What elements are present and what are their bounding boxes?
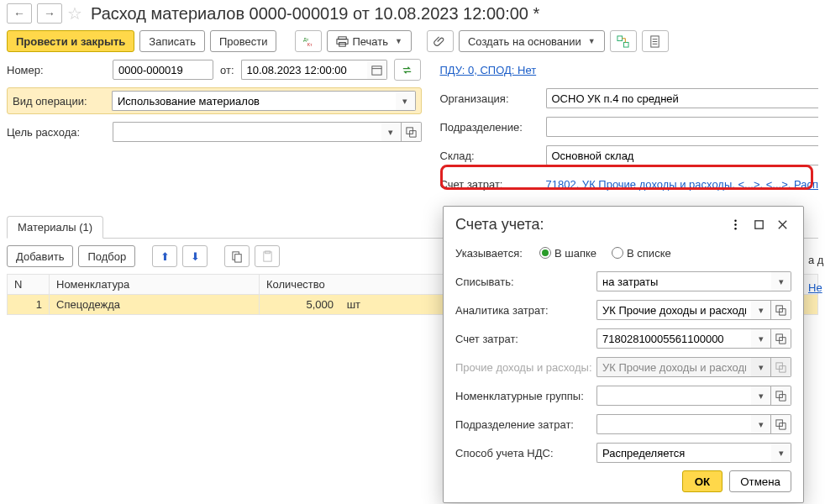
open-icon xyxy=(775,418,787,431)
create-based-on-button[interactable]: Создать на основании ▼ xyxy=(459,30,605,52)
nomenclature-group-input[interactable] xyxy=(596,386,751,406)
close-button[interactable] xyxy=(773,215,791,234)
other-income-input xyxy=(596,357,751,377)
svg-point-18 xyxy=(734,219,736,221)
copy-button[interactable] xyxy=(224,245,250,267)
nomenclature-group-open[interactable] xyxy=(771,386,791,406)
cell-nomenclature: Спецодежда xyxy=(50,295,260,315)
paste-icon xyxy=(261,250,274,263)
purpose-input[interactable] xyxy=(113,122,381,142)
account-dropdown[interactable]: ▾ xyxy=(751,328,771,349)
move-up-button[interactable]: ⬆ xyxy=(152,245,177,267)
warehouse-input[interactable] xyxy=(546,145,819,165)
nomenclature-group-dropdown[interactable]: ▾ xyxy=(751,386,771,406)
open-icon xyxy=(775,304,787,317)
report-icon-button[interactable] xyxy=(642,30,669,52)
date-input[interactable] xyxy=(241,60,367,80)
operation-type-input[interactable] xyxy=(112,91,396,111)
ok-button[interactable]: ОК xyxy=(682,470,723,492)
sync-button[interactable] xyxy=(394,59,421,81)
calendar-button[interactable] xyxy=(367,60,387,80)
behind-link[interactable]: Не xyxy=(808,281,822,294)
writeoff-input[interactable] xyxy=(596,271,771,291)
svg-rect-6 xyxy=(624,42,629,47)
purpose-label: Цель расхода: xyxy=(7,126,113,139)
col-nomenclature[interactable]: Номенклатура xyxy=(50,275,260,295)
dk-icon-button[interactable]: ДтКт xyxy=(295,30,322,52)
post-and-close-button[interactable]: Провести и закрыть xyxy=(7,30,134,52)
cost-account-link[interactable]: 71802, УК Прочие доходы и расходы, <...>… xyxy=(546,178,819,191)
radio-in-list[interactable] xyxy=(612,247,623,259)
purpose-dropdown[interactable]: ▾ xyxy=(381,122,402,142)
operation-type-label: Вид операции: xyxy=(13,95,112,108)
writeoff-dropdown[interactable]: ▾ xyxy=(771,271,791,291)
operation-type-dropdown[interactable]: ▾ xyxy=(396,91,416,111)
cancel-button[interactable]: Отмена xyxy=(729,470,791,492)
number-input[interactable] xyxy=(113,60,213,80)
behind-link-fragment: Не xyxy=(808,281,822,294)
svg-rect-11 xyxy=(371,66,381,74)
organization-input[interactable] xyxy=(546,88,819,108)
analytics-label: Аналитика затрат: xyxy=(455,304,596,317)
cost-division-input[interactable] xyxy=(596,414,751,434)
account-open[interactable] xyxy=(771,328,791,349)
analytics-dropdown[interactable]: ▾ xyxy=(751,300,771,320)
open-icon xyxy=(775,390,787,402)
tab-materials[interactable]: Материалы (1) xyxy=(7,216,103,239)
division-label: Подразделение: xyxy=(440,121,546,134)
cost-account-label: Счет затрат: xyxy=(440,178,546,191)
chevron-down-icon: ▼ xyxy=(588,37,596,45)
move-down-button[interactable]: ⬇ xyxy=(182,245,208,267)
journal-entries-icon: ДтКт xyxy=(302,35,315,48)
print-button[interactable]: Печать ▼ xyxy=(327,30,412,52)
division-input[interactable] xyxy=(546,117,819,137)
writeoff-label: Списывать: xyxy=(455,276,596,288)
nav-back-button[interactable]: ← xyxy=(7,3,32,24)
create-based-on-label: Создать на основании xyxy=(468,35,581,48)
vat-mode-label: Способ учета НДС: xyxy=(455,447,596,459)
cell-n: 1 xyxy=(8,295,50,315)
maximize-button[interactable] xyxy=(749,215,768,234)
vat-mode-dropdown[interactable]: ▾ xyxy=(771,443,791,463)
nomenclature-group-label: Номенклатурные группы: xyxy=(455,390,596,402)
date-label: от: xyxy=(220,64,234,76)
svg-text:Дт: Дт xyxy=(303,36,309,41)
document-title: Расход материалов 0000-000019 от 10.08.2… xyxy=(91,4,539,24)
other-income-open xyxy=(771,357,791,377)
warehouse-label: Склад: xyxy=(440,150,546,162)
link-icon-button[interactable] xyxy=(610,30,637,52)
nav-forward-button[interactable]: → xyxy=(37,3,62,24)
number-label: Номер: xyxy=(7,64,113,76)
post-button[interactable]: Провести xyxy=(210,30,277,52)
purpose-open-button[interactable] xyxy=(402,122,422,142)
add-row-button[interactable]: Добавить xyxy=(7,245,73,267)
col-number[interactable]: N xyxy=(8,275,50,295)
radio-in-header[interactable] xyxy=(539,247,551,259)
favorite-star-icon[interactable]: ☆ xyxy=(67,3,82,24)
analytics-input[interactable] xyxy=(596,300,751,320)
record-button[interactable]: Записать xyxy=(139,30,205,52)
attachment-button[interactable] xyxy=(427,30,454,52)
analytics-open[interactable] xyxy=(771,300,791,320)
radio-in-header-label: В шапке xyxy=(554,247,596,260)
cost-division-dropdown[interactable]: ▾ xyxy=(751,414,771,434)
calendar-icon xyxy=(370,64,383,76)
pdu-spod-link[interactable]: ПДУ: 0, СПОД: Нет xyxy=(440,64,537,76)
radio-in-list-label: В списке xyxy=(627,247,671,260)
kebab-icon xyxy=(729,218,742,231)
specified-label: Указывается: xyxy=(455,247,539,260)
open-icon xyxy=(775,333,787,345)
arrow-up-icon: ⬆ xyxy=(160,250,170,263)
paperclip-icon xyxy=(434,35,446,48)
svg-rect-3 xyxy=(337,39,348,44)
print-label: Печать xyxy=(352,35,388,48)
account-input[interactable] xyxy=(596,328,751,349)
cost-division-open[interactable] xyxy=(771,414,791,434)
other-income-dropdown: ▾ xyxy=(751,357,771,377)
vat-mode-input[interactable] xyxy=(596,443,771,463)
organization-label: Организация: xyxy=(440,92,546,105)
paste-button[interactable] xyxy=(255,245,280,267)
select-rows-button[interactable]: Подбор xyxy=(78,245,135,267)
more-button[interactable] xyxy=(726,215,744,234)
open-icon xyxy=(775,361,787,374)
